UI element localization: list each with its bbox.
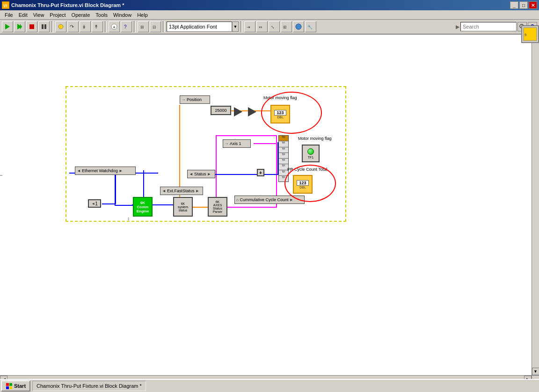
toolbar-separator-4 xyxy=(163,21,165,32)
toolbar-warn-button[interactable]: ● xyxy=(109,21,120,32)
wire-axis-h1 xyxy=(254,143,277,144)
titlebar: VI Chamonix Thru-Put Fixture.vi Block Di… xyxy=(0,0,539,10)
vi-thumbnail: 5 xyxy=(521,25,539,43)
ethernet-watchdog-block[interactable]: ◄ Ethernet Watchdog ► xyxy=(75,167,136,175)
value-1-arrow: ◄ xyxy=(91,202,95,206)
cumulative-arrow-right: ► xyxy=(289,197,293,202)
vertical-scrollbar[interactable]: ▲ ▼ xyxy=(532,35,539,375)
taskbar: Start Chamonix Thru-Put Fixture.vi Block… xyxy=(0,379,539,392)
ext-fast-status-block[interactable]: ◄ Ext.FastStatus ► xyxy=(160,187,203,195)
value-25000-block[interactable]: 25000 xyxy=(211,106,231,115)
toolbar-separator-3 xyxy=(134,21,136,32)
svg-rect-28 xyxy=(9,383,12,386)
svg-marker-2 xyxy=(5,24,10,29)
menu-edit[interactable]: Edit xyxy=(16,11,30,19)
svg-rect-30 xyxy=(9,386,12,389)
svg-text:⇥: ⇥ xyxy=(247,25,250,29)
titlebar-buttons: _ □ ✕ xyxy=(510,1,537,9)
toolbar-context-help-button[interactable]: ? xyxy=(121,21,132,32)
svg-text:5: 5 xyxy=(524,33,527,37)
menu-file[interactable]: File xyxy=(2,11,16,19)
6k-system-status-block[interactable]: 6Ksystemstatus xyxy=(173,197,193,217)
toolbar-zoom-out-button[interactable]: ⊟ xyxy=(150,21,161,32)
buffer-2 xyxy=(248,107,256,116)
wire-axis-h2 xyxy=(216,135,277,136)
motor-moving-flag-led xyxy=(307,148,314,155)
grid-cell-3: TF xyxy=(279,147,288,153)
grid-cell-6: TF xyxy=(279,164,288,170)
svg-point-21 xyxy=(296,24,301,29)
ext-fast-status-label: Ext.FastStatus xyxy=(167,189,195,193)
6k-comm-engine-block[interactable]: 6KCommEngine xyxy=(133,197,153,217)
maximize-button[interactable]: □ xyxy=(519,1,528,9)
ext-fast-status-arrow-right: ► xyxy=(195,189,199,193)
cumulative-arrow: ⌂ xyxy=(236,197,239,202)
toolbar-run-button[interactable] xyxy=(2,21,13,32)
red-circle-2 xyxy=(284,165,336,202)
value-1-block[interactable]: ◄ 1 xyxy=(88,199,101,208)
menu-help[interactable]: Help xyxy=(134,11,151,19)
toolbar-reorder-button[interactable]: ⊞ xyxy=(281,21,292,32)
close-button[interactable]: ✕ xyxy=(529,1,537,9)
toolbar-abort-button[interactable] xyxy=(26,21,37,32)
font-select[interactable]: 13pt Application Font xyxy=(167,22,232,32)
motor-moving-flag-block[interactable]: TF1 xyxy=(302,145,320,162)
menu-operate[interactable]: Operate xyxy=(69,11,93,19)
menu-view[interactable]: View xyxy=(30,11,47,19)
menu-tools[interactable]: Tools xyxy=(93,11,110,19)
svg-rect-29 xyxy=(6,386,9,389)
buffer-1 xyxy=(234,107,242,116)
red-circle-1 xyxy=(261,92,322,134)
start-button[interactable]: Start xyxy=(1,380,30,392)
value-25000-label: 25000 xyxy=(215,108,226,113)
status-block[interactable]: ◄ Status ► xyxy=(187,170,215,178)
axis-1-block[interactable]: → Axis 1 xyxy=(223,139,251,148)
start-label: Start xyxy=(14,383,26,389)
axis-1-arrow: → xyxy=(225,141,229,146)
position-arrow: → xyxy=(182,97,186,102)
toolbar-pause-button[interactable] xyxy=(38,21,50,32)
toolbar-zoom-in-button[interactable]: ⊞ xyxy=(138,21,149,32)
search-input[interactable] xyxy=(460,22,517,31)
toolbar-run-continuous-button[interactable] xyxy=(14,21,25,32)
font-dropdown-arrow[interactable]: ▼ xyxy=(232,22,239,32)
menu-window[interactable]: Window xyxy=(110,11,134,19)
status-label: Status xyxy=(194,172,206,176)
svg-rect-5 xyxy=(29,24,34,29)
taskbar-vi-item[interactable]: Chamonix Thru-Put Fixture.vi Block Diagr… xyxy=(32,381,146,391)
toolbar-separator-2 xyxy=(105,21,107,32)
svg-text:VI: VI xyxy=(3,3,7,8)
svg-text:⤡: ⤡ xyxy=(271,25,275,29)
svg-text:?: ? xyxy=(124,24,127,29)
position-block[interactable]: → Position xyxy=(180,95,210,104)
add-node: + xyxy=(257,169,264,176)
scroll-track-v[interactable] xyxy=(534,43,538,367)
toolbar-step-out-button[interactable]: ↟ xyxy=(92,21,103,32)
position-label: Position xyxy=(187,97,202,102)
taskbar-vi-label: Chamonix Thru-Put Fixture.vi Block Diagr… xyxy=(36,383,142,389)
svg-text:🔧: 🔧 xyxy=(307,24,313,30)
svg-text:⊞: ⊞ xyxy=(283,25,287,29)
ethernet-watchdog-arrow-right: ► xyxy=(119,168,123,173)
motor-moving-flag-label: Motor moving flag xyxy=(298,136,345,141)
ethernet-watchdog-label: Ethernet Watchdog xyxy=(82,168,118,173)
ethernet-watchdog-arrow-left: ◄ xyxy=(77,168,81,173)
toolbar-align-button[interactable]: ⇥ xyxy=(244,21,255,32)
toolbar-graph-button[interactable] xyxy=(293,21,304,32)
menu-project[interactable]: Project xyxy=(47,11,68,19)
toolbar-distribute-button[interactable]: ⇔ xyxy=(256,21,268,32)
toolbar-step-over-button[interactable]: ↷ xyxy=(67,21,79,32)
toolbar-highlight-button[interactable] xyxy=(55,21,66,32)
toolbar: ↷ ↡ ↟ ● ? ⊞ ⊟ 13pt Application Font ▼ ⇥ … xyxy=(0,20,539,35)
scroll-down-button[interactable]: ▼ xyxy=(532,368,539,375)
toolbar-resize-button[interactable]: ⤡ xyxy=(269,21,280,32)
status-arrow-left: ◄ xyxy=(189,172,193,176)
toolbar-cleanup-button[interactable]: 🔧 xyxy=(305,21,316,32)
grid-cell-5: TF xyxy=(279,159,288,164)
grid-cell-4: TF xyxy=(279,153,288,159)
wire-val1-h xyxy=(102,203,115,204)
minimize-button[interactable]: _ xyxy=(510,1,518,9)
titlebar-icon: VI xyxy=(2,1,9,9)
6k-axes-status-parser-block[interactable]: 6KAXESStatusParser xyxy=(208,197,227,217)
toolbar-step-into-button[interactable]: ↡ xyxy=(80,21,91,32)
